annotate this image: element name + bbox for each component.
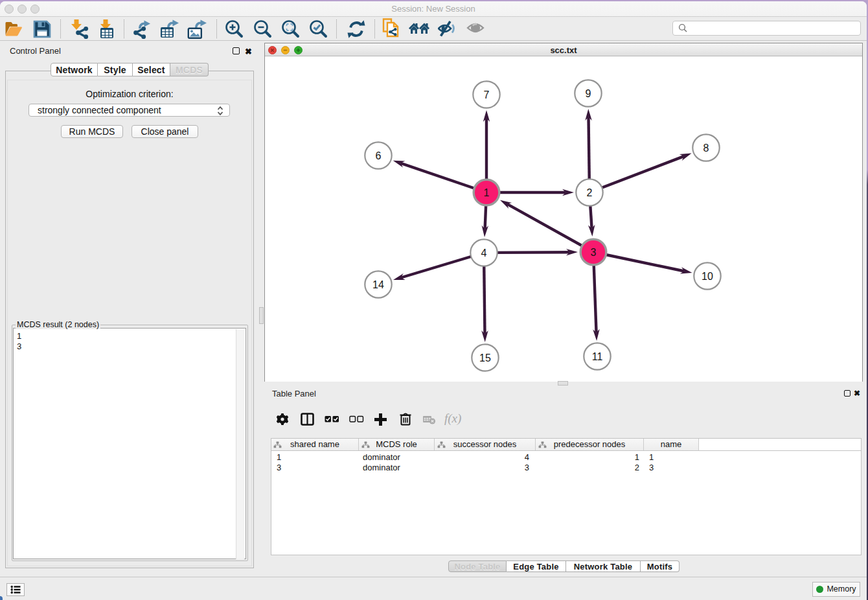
svg-text:2: 2 <box>587 187 593 198</box>
svg-text:9: 9 <box>586 88 591 99</box>
svg-text:10: 10 <box>702 271 713 282</box>
svg-text:1: 1 <box>484 187 490 198</box>
svg-text:3: 3 <box>591 247 597 258</box>
svg-text:15: 15 <box>479 352 491 363</box>
svg-text:7: 7 <box>484 89 490 100</box>
svg-text:4: 4 <box>481 248 487 259</box>
svg-text:f(x): f(x) <box>444 412 461 426</box>
svg-text:14: 14 <box>372 279 384 290</box>
svg-text:11: 11 <box>592 351 603 362</box>
svg-text:8: 8 <box>703 143 709 154</box>
svg-text:6: 6 <box>376 150 382 161</box>
